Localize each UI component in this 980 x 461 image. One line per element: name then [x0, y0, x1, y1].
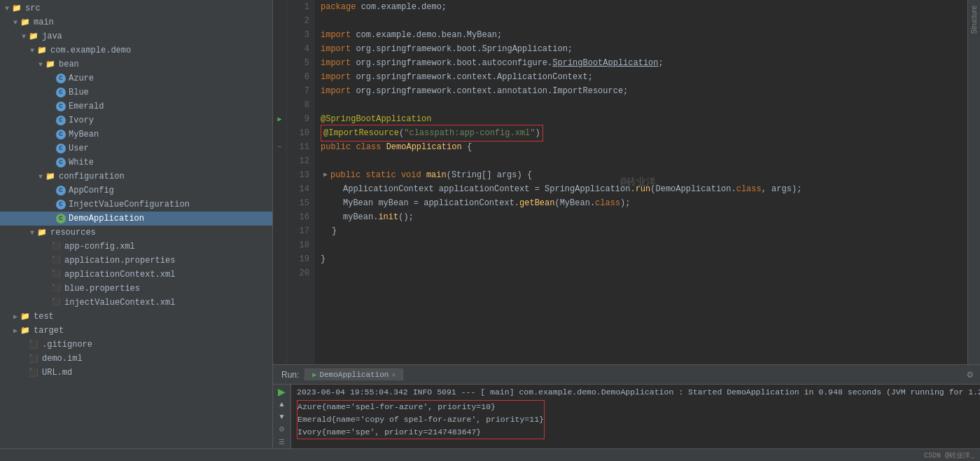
line-num-1: 1 — [287, 0, 309, 14]
expand-arrow[interactable]: ▼ — [3, 5, 11, 13]
run-tab-icon: ▶ — [312, 371, 316, 379]
gutter-empty — [273, 126, 286, 140]
expand-arrow[interactable]: ▼ — [36, 173, 45, 181]
line-num-4: 4 — [287, 42, 309, 56]
tree-item-blue[interactable]: C Blue — [0, 85, 272, 99]
file-icon: ⬛ — [28, 340, 39, 350]
line-num-6: 6 — [287, 70, 309, 84]
tree-label: src — [25, 4, 41, 13]
tree-item-emerald[interactable]: C Emerald — [0, 99, 272, 113]
tree-label: com.example.demo — [50, 46, 131, 55]
line-numbers: 1 2 3 4 5 6 7 8 9 10 11 12 13 14 15 16 1 — [287, 0, 315, 364]
expand-arrow[interactable]: ▼ — [28, 229, 36, 237]
settings-icon[interactable]: ⚙ — [967, 369, 973, 380]
line-num-8: 8 — [287, 98, 309, 112]
tree-item-package[interactable]: ▼ 📁 com.example.demo — [0, 43, 272, 57]
expand-arrow[interactable]: ▶ — [11, 312, 20, 321]
play-button[interactable]: ▶ — [274, 386, 290, 397]
tree-item-appconfig[interactable]: C AppConfig — [0, 184, 272, 198]
code-line-5: import org.springframework.boot.autoconf… — [321, 56, 967, 70]
tree-label: applicationContext.xml — [64, 270, 175, 280]
tree-label: resources — [50, 228, 96, 238]
folder-icon: 📁 — [36, 46, 48, 55]
tree-item-test[interactable]: ▶ 📁 test — [0, 310, 272, 324]
console-highlighted-block: Azure{name='spel-for-azure', priority=10… — [297, 400, 545, 439]
tree-label: java — [42, 32, 62, 41]
tree-label: demo.iml — [42, 354, 83, 364]
tree-item-demoapplication[interactable]: C DemoApplication — [0, 212, 272, 226]
scroll-down-button[interactable]: ▼ — [274, 411, 290, 422]
console-line-3: Emerald{name='copy of spel-for-azure', p… — [298, 413, 544, 426]
code-line-10: @ImportResource("classpath:app-config.xm… — [321, 126, 967, 140]
tree-item-user[interactable]: C User — [0, 142, 272, 156]
code-line-17: } — [321, 224, 967, 238]
tree-label: URL.md — [42, 368, 72, 378]
folder-icon: 📁 — [28, 32, 39, 41]
expand-arrow[interactable]: ▼ — [36, 61, 45, 69]
gutter-9 — [273, 0, 286, 14]
tree-item-appcontext-xml[interactable]: ⬛ applicationContext.xml — [0, 268, 272, 282]
gutter-fold-icon[interactable]: − — [273, 140, 286, 154]
tree-item-bean[interactable]: ▼ 📁 bean — [0, 57, 272, 71]
line-num-12: 12 — [287, 154, 309, 168]
tree-item-injectvalue-xml[interactable]: ⬛ injectValueContext.xml — [0, 296, 272, 310]
tree-item-urlmd[interactable]: ⬛ URL.md — [0, 366, 272, 380]
tree-item-application-props[interactable]: ⬛ application.properties — [0, 254, 272, 268]
tree-item-demoitml[interactable]: ⬛ demo.iml — [0, 352, 272, 366]
tree-item-configuration[interactable]: ▼ 📁 configuration — [0, 170, 272, 184]
file-icon: ⬛ — [28, 368, 39, 378]
line-num-16: 16 — [287, 210, 309, 224]
line-num-17: 17 — [287, 224, 309, 238]
toolbar-button-5[interactable]: ☰ — [274, 436, 290, 447]
class-icon: C — [56, 200, 66, 209]
tree-label: test — [34, 312, 54, 322]
line-num-15: 15 — [287, 196, 309, 210]
line-num-10: 10 — [287, 126, 309, 140]
scroll-up-button[interactable]: ▲ — [274, 399, 290, 410]
code-line-2 — [321, 14, 967, 28]
toolbar-button-4[interactable]: ⚙ — [274, 424, 290, 435]
tree-item-resources[interactable]: ▼ 📁 resources — [0, 226, 272, 240]
run-toolbar: ▶ ▲ ▼ ⚙ ☰ — [273, 385, 291, 448]
tree-item-azure[interactable]: C Azure — [0, 71, 272, 85]
code-content[interactable]: @砖业洋_ package com.example.demo; import c… — [315, 0, 967, 364]
gutter-run-icon[interactable]: ▶ — [273, 112, 286, 126]
code-line-20 — [321, 266, 967, 280]
tree-item-target[interactable]: ▶ 📁 target — [0, 324, 272, 338]
run-tab-demoapplication[interactable]: ▶ DemoApplication ✕ — [304, 369, 403, 380]
expand-arrow[interactable]: ▼ — [28, 47, 36, 55]
code-line-3: import com.example.demo.bean.MyBean; — [321, 28, 967, 42]
tree-item-mybean[interactable]: C MyBean — [0, 128, 272, 142]
close-tab-icon[interactable]: ✕ — [391, 371, 396, 379]
tree-label: MyBean — [69, 130, 99, 139]
tree-item-main[interactable]: ▼ 📁 main — [0, 15, 272, 29]
highlighted-annotation: @ImportResource("classpath:app-config.xm… — [321, 125, 543, 142]
file-tree[interactable]: ▼ 📁 src ▼ 📁 main ▼ 📁 java ▼ 📁 com.exampl… — [0, 0, 273, 448]
gutter-empty — [273, 14, 286, 28]
code-line-7: import org.springframework.context.annot… — [321, 84, 967, 98]
tree-item-gitignore[interactable]: ⬛ .gitignore — [0, 338, 272, 352]
class-icon: C — [56, 116, 66, 125]
folder-icon: 📁 — [45, 60, 56, 69]
folder-icon: 📁 — [20, 18, 31, 27]
expand-arrow[interactable]: ▶ — [11, 326, 20, 335]
tree-item-blue-props[interactable]: ⬛ blue.properties — [0, 282, 272, 296]
tree-item-ivory[interactable]: C Ivory — [0, 113, 272, 128]
xml-icon: ⬛ — [50, 298, 62, 308]
tree-item-white[interactable]: C White — [0, 156, 272, 170]
code-editor: ▶ − 1 2 3 4 5 6 7 8 9 10 11 12 — [273, 0, 980, 448]
expand-arrow[interactable]: ▼ — [11, 19, 20, 27]
line-num-5: 5 — [287, 56, 309, 70]
xml-icon: ⬛ — [50, 242, 62, 252]
console-line-4: Ivory{name='spe', priority=2147483647} — [298, 426, 544, 439]
tree-label: User — [69, 144, 89, 153]
tree-label: DemoApplication — [69, 214, 144, 223]
tree-item-injectvalueconfig[interactable]: C InjectValueConfiguration — [0, 198, 272, 212]
console-area: ▶ ▲ ▼ ⚙ ☰ 2023-06-04 19:55:04.342 INFO 5… — [273, 385, 980, 448]
line-num-13: 13 — [287, 168, 309, 182]
expand-arrow[interactable]: ▼ — [20, 33, 28, 41]
tree-item-java[interactable]: ▼ 📁 java — [0, 29, 272, 43]
tree-item-src[interactable]: ▼ 📁 src — [0, 1, 272, 15]
tree-item-appconfig-xml[interactable]: ⬛ app-config.xml — [0, 240, 272, 254]
gutter-empty — [273, 56, 286, 70]
